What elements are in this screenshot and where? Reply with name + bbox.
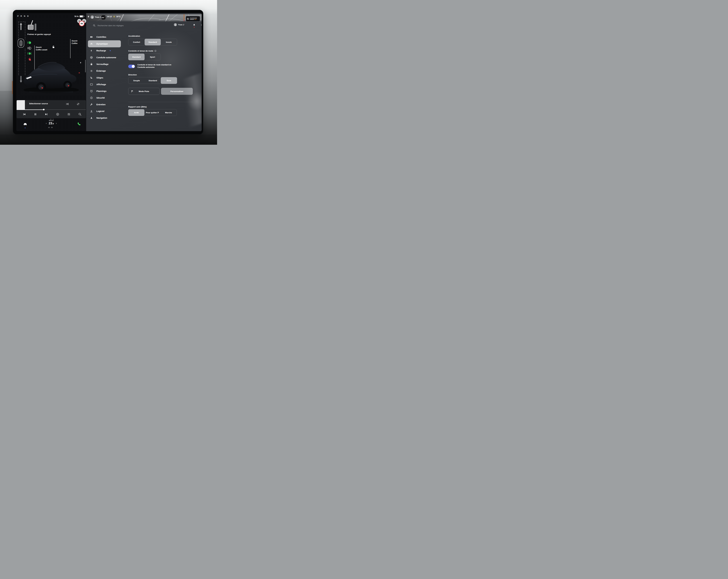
defrost-indicators — [48, 126, 53, 128]
add-favorite-button[interactable] — [56, 113, 59, 116]
sidebar-item-recharge[interactable]: Recharge — [90, 48, 111, 54]
forward-arrow-icon — [20, 23, 22, 30]
handling-toggle-label: Conduite et tenue de route standard en C… — [137, 63, 172, 69]
sidebar-item-eclairage[interactable]: Éclairage — [90, 68, 106, 74]
open-frunk-button[interactable]: Ouvrir Coffre avant — [36, 46, 47, 51]
steering-option-dure[interactable]: Dure — [161, 77, 177, 84]
temp-up-button[interactable]: › — [56, 122, 57, 125]
sidebar-item-entretien[interactable]: Entretien — [90, 102, 106, 107]
shift-option-arret[interactable]: Arrêt — [128, 109, 145, 116]
accel-option-confort[interactable]: Confort — [128, 39, 145, 45]
handling-option-standard[interactable]: Standard — [128, 54, 145, 60]
search-input[interactable]: Rechercher dans les réglages — [98, 24, 124, 27]
hvac-mode-label[interactable]: Manuel — [47, 120, 55, 121]
lightning-icon — [90, 49, 93, 52]
avatar — [90, 16, 94, 19]
handling-segmented-control: Standard Sport — [128, 54, 161, 60]
steering-title: Direction — [128, 74, 137, 76]
steering-wheel-icon — [90, 56, 93, 59]
audio-settings-button[interactable] — [67, 113, 71, 116]
sidebar-item-dynamique[interactable]: Dynamique — [90, 41, 108, 47]
hvac-temperature-control: ‹ 23.0 › — [42, 122, 60, 125]
shuffle-icon[interactable] — [66, 103, 69, 106]
handling-autopilot-toggle[interactable] — [128, 64, 135, 68]
speed-limit-sign: 80 — [79, 21, 85, 26]
phone-app-button[interactable] — [77, 122, 81, 126]
alert-circle-icon — [90, 96, 93, 99]
sidebar-item-affichage[interactable]: Affichage — [90, 81, 106, 87]
path-dots-left2 — [18, 49, 19, 75]
track-mode-button[interactable]: Mode Piste — [128, 88, 160, 95]
previous-track-button[interactable] — [23, 113, 26, 116]
display-icon — [90, 83, 93, 86]
brake-pedal-icon — [28, 25, 34, 30]
sidebar-item-sieges[interactable]: Sièges — [90, 75, 103, 81]
media-progress-fill — [17, 109, 44, 110]
recharge-badge-dot — [110, 50, 111, 51]
info-icon[interactable] — [154, 50, 157, 52]
car-top-view-icon — [19, 40, 23, 47]
accel-option-inouie[interactable]: Inouïe — [161, 39, 177, 45]
vehicle-visualization[interactable] — [21, 56, 85, 96]
battery-percent-label: 78 % — [74, 15, 79, 18]
avatar — [174, 23, 177, 26]
shift-option-marche[interactable]: Marche — [160, 109, 177, 116]
sidebar-item-plannings[interactable]: Plannings — [90, 88, 106, 94]
download-icon — [90, 110, 93, 113]
settings-panel: Yvan J sos 16:12 16°C PASSENGERAIRBAG ON… — [86, 13, 202, 131]
sidebar-item-logiciel[interactable]: Logiciel — [90, 108, 104, 114]
profile-button[interactable]: Yvan J — [174, 23, 184, 26]
sidebar-item-verrouillage[interactable]: Verrouillage — [90, 61, 108, 67]
clock: 16:12 — [107, 16, 112, 18]
low-beam-indicator-icon — [27, 41, 32, 45]
sidebar-item-navigation[interactable]: Navigation — [90, 115, 107, 121]
front-defrost-icon — [48, 126, 50, 128]
customize-button[interactable]: Personnaliser — [161, 88, 193, 95]
dashboard — [0, 134, 217, 145]
gear-indicator[interactable]: P R N D — [17, 15, 29, 17]
dock-car-controls-button[interactable] — [23, 122, 27, 126]
auto-headlight-indicator-icon: A — [27, 46, 32, 50]
sidebar-item-controles[interactable]: Contrôles — [90, 34, 106, 40]
media-progress-knob[interactable] — [43, 109, 45, 110]
touchscreen: P R N D 78 % 80 Freinez et gardez appuyé… — [16, 13, 202, 131]
sos-button[interactable]: sos — [101, 15, 106, 20]
accel-option-standard[interactable]: Standard — [145, 39, 161, 46]
wall-background — [0, 9, 14, 91]
repeat-icon[interactable] — [77, 103, 80, 106]
lock-status[interactable] — [87, 16, 89, 18]
fog-light-indicator-icon — [27, 52, 32, 55]
notifications-bell-icon[interactable] — [193, 24, 196, 26]
acceleration-title: Accélération — [128, 35, 140, 37]
open-trunk-button[interactable]: Ouvrir Coffre — [72, 40, 78, 45]
map-strip[interactable]: Yvan J sos 16:12 16°C PASSENGERAIRBAG ON — [86, 14, 202, 22]
cluster-scrollbar[interactable] — [85, 60, 86, 72]
media-search-button[interactable] — [78, 113, 81, 116]
path-dots-left — [18, 23, 19, 40]
auto-shift-title: Rapport auto (Bêta) — [128, 106, 147, 108]
handling-option-sport[interactable]: Sport — [145, 54, 161, 60]
shift-option-pour-quitter-p[interactable]: Pour quitter P — [144, 109, 160, 116]
handling-title: Conduite et tenue de route — [128, 50, 157, 52]
battery-status: 78 % — [74, 15, 84, 18]
steering-option-standard[interactable]: Standard — [145, 77, 161, 84]
sidebar-item-securite[interactable]: Sécurité — [90, 95, 105, 101]
vehicle-status-icon — [18, 39, 24, 48]
settings-search-row: Rechercher dans les réglages Yvan J LTE — [86, 22, 202, 30]
seat-icon — [90, 76, 93, 79]
pause-button[interactable] — [34, 113, 37, 116]
checkered-flag-icon — [131, 90, 133, 93]
media-source-title[interactable]: Sélectionner source — [29, 103, 48, 105]
bluetooth-status-icon[interactable] — [201, 24, 202, 26]
driver-profile[interactable]: Yvan J — [90, 16, 101, 19]
auto-shift-segmented-control: Arrêt Pour quitter P Marche — [128, 109, 177, 116]
toggle-icon — [90, 35, 93, 38]
brake-hint-text: Freinez et gardez appuyé — [27, 33, 51, 35]
album-art-placeholder[interactable] — [17, 100, 25, 109]
temp-down-button[interactable]: ‹ — [46, 122, 47, 125]
sidebar-item-conduite-autonome[interactable]: Conduite autonome — [90, 55, 116, 60]
steering-option-souple[interactable]: Souple — [128, 77, 145, 84]
next-track-button[interactable] — [45, 113, 48, 116]
temp-value[interactable]: 23.0 — [49, 122, 54, 125]
search-icon — [93, 24, 96, 27]
